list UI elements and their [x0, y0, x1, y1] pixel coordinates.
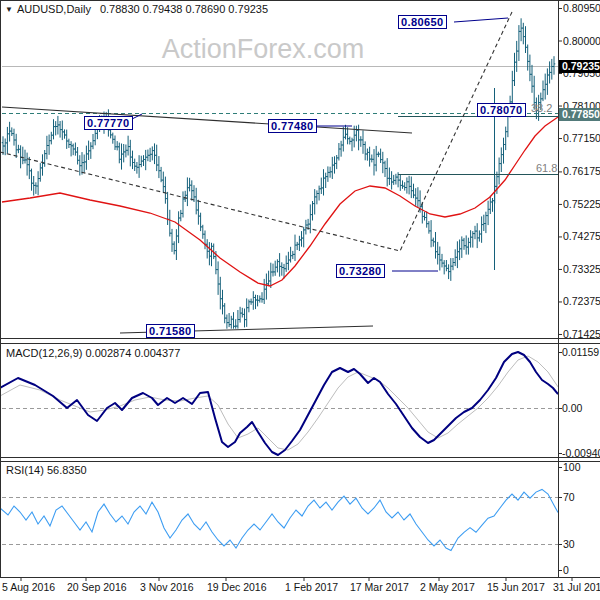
rsi-axis-label: 0	[563, 564, 569, 576]
price-axis-label: 0.77150	[563, 132, 600, 144]
price-axis-label: 0.80000	[563, 35, 600, 47]
macd-panel[interactable]	[2, 344, 558, 457]
macd-axis-label: -0.009408	[562, 447, 600, 459]
price-axis-label: 0.75225	[563, 198, 600, 210]
date-axis-label: 20 Sep 2016	[67, 581, 127, 593]
macd-axis-label: 0.00	[562, 402, 582, 414]
macd-axis-label: 0.01159	[562, 346, 599, 358]
rsi-axis-label: 100	[563, 461, 581, 473]
trading-chart-window: ActionForex.com ▼AUDUSD,Daily0.78830 0.7…	[0, 0, 600, 600]
current-price-badge: 0.79235	[559, 60, 600, 73]
date-axis-label: 1 Feb 2017	[285, 581, 338, 593]
alert-price-badge: 0.77850	[559, 108, 600, 121]
date-axis-label: 19 Dec 2016	[207, 581, 267, 593]
price-axis-label: 0.80950	[563, 2, 600, 14]
price-axis-label: 0.76175	[563, 165, 600, 177]
price-axis-label: 0.71425	[563, 328, 600, 340]
date-axis-label: 2 May 2017	[420, 581, 475, 593]
rsi-axis-label: 70	[563, 491, 575, 503]
date-axis-label: 17 Mar 2017	[350, 581, 409, 593]
date-axis-label: 5 Aug 2016	[2, 581, 55, 593]
price-axis-label: 0.72375	[563, 295, 600, 307]
main-chart-panel[interactable]	[2, 3, 558, 338]
rsi-axis-label: 30	[563, 538, 575, 550]
date-axis-label: 3 Nov 2016	[140, 581, 194, 593]
rsi-panel[interactable]	[2, 461, 558, 577]
date-axis-label: 15 Jun 2017	[487, 581, 545, 593]
date-axis-label: 31 Jul 2017	[553, 581, 600, 593]
price-axis-label: 0.74275	[563, 230, 600, 242]
price-axis-label: 0.73325	[563, 263, 600, 275]
